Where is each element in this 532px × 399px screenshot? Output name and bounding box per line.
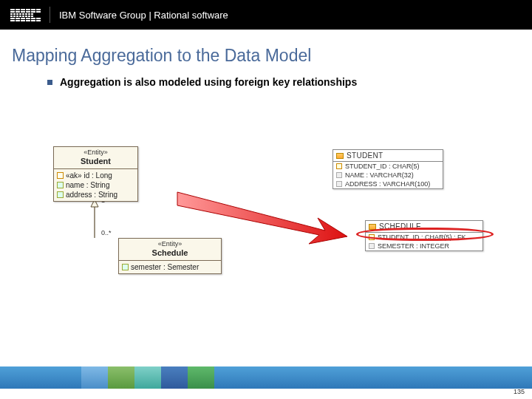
table-icon (369, 224, 376, 230)
attr-row: address : String (57, 190, 134, 200)
header-group-text: IBM Software Group | Rational software (50, 7, 228, 23)
header-bar: IBM Software Group | Rational software (0, 0, 532, 30)
diagram-area: 1 0..* «Entity» Student «ak» id : Long n… (0, 118, 532, 340)
pk-icon (336, 163, 342, 169)
entity-name: Student (58, 157, 133, 167)
table-student: STUDENT STUDENT_ID : CHAR(5) NAME : VARC… (332, 149, 443, 189)
svg-marker-2 (177, 192, 347, 244)
table-col: ADDRESS : VARCHAR(100) (333, 180, 443, 188)
page-title: Mapping Aggregation to the Data Model (12, 46, 532, 66)
table-name: SCHEDULE (379, 222, 421, 231)
entity-stereotype: «Entity» (58, 149, 133, 157)
key-icon (57, 172, 64, 179)
table-col: SEMESTER : INTEGER (366, 242, 482, 250)
entity-schedule: «Entity» Schedule semester : Semester (118, 238, 222, 274)
table-schedule: SCHEDULE STUDENT_ID : CHAR(5) : FK SEMES… (365, 220, 483, 251)
col-icon (336, 181, 342, 187)
ibm-logo (10, 9, 41, 21)
entity-student: «Entity» Student «ak» id : Long name : S… (53, 146, 138, 202)
attr-row: name : String (57, 180, 134, 190)
table-icon (336, 153, 344, 159)
bullet-text: Aggregation is also modeled using foreig… (60, 76, 357, 88)
table-col: STUDENT_ID : CHAR(5) (333, 162, 443, 171)
fk-icon (369, 234, 375, 240)
table-name: STUDENT (347, 151, 383, 160)
attr-icon (122, 264, 129, 270)
col-icon (369, 243, 375, 249)
attr-row: «ak» id : Long (57, 171, 134, 180)
page-number: 135 (514, 388, 525, 395)
footer-swatches (81, 366, 214, 389)
bullet-row: Aggregation is also modeled using foreig… (47, 76, 532, 88)
attr-row: semester : Semester (122, 262, 218, 272)
col-icon (336, 172, 342, 178)
attr-icon (57, 191, 64, 198)
entity-stereotype: «Entity» (123, 240, 216, 248)
table-col: NAME : VARCHAR(32) (333, 171, 443, 180)
footer-bar (0, 366, 532, 389)
entity-name: Schedule (123, 248, 216, 259)
table-col-fk: STUDENT_ID : CHAR(5) : FK (366, 233, 482, 242)
attr-icon (57, 182, 64, 188)
bullet-icon (47, 80, 52, 85)
